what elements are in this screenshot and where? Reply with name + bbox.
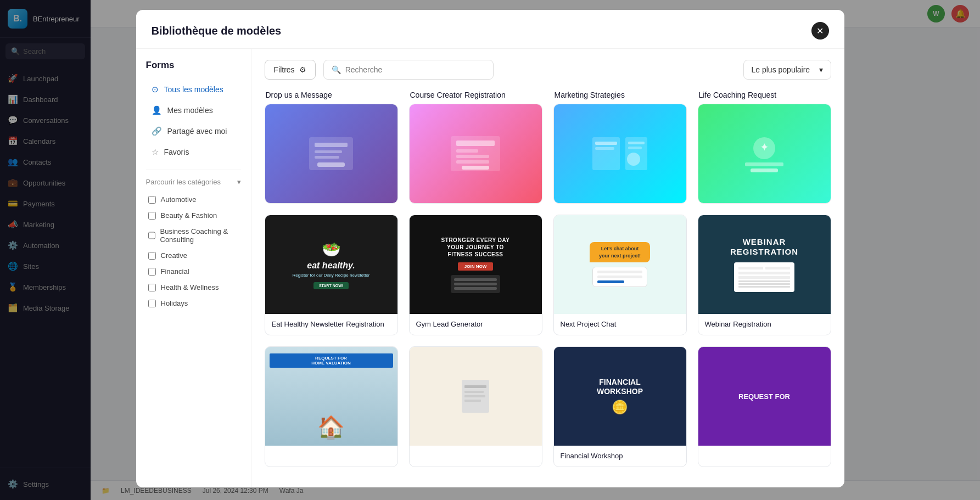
template-card-course-creator[interactable] bbox=[409, 104, 542, 204]
template-thumb-next-project: Let's chat about your next project! bbox=[554, 215, 686, 314]
template-card-webinar[interactable]: WEBINARREGISTRATION bbox=[698, 215, 831, 335]
svg-rect-3 bbox=[315, 156, 339, 159]
template-thumb-drop-message bbox=[265, 104, 397, 203]
svg-rect-4 bbox=[317, 162, 345, 167]
category-holidays-checkbox[interactable] bbox=[148, 300, 156, 307]
template-card-marketing[interactable] bbox=[553, 104, 687, 204]
template-search-input[interactable] bbox=[345, 65, 485, 74]
category-beauty-checkbox[interactable] bbox=[148, 212, 156, 220]
svg-rect-13 bbox=[595, 142, 617, 145]
filter-label: Filtres bbox=[274, 65, 295, 74]
modal-overlay: Bibliothèque de modèles ✕ Forms ⊙ Tous l… bbox=[0, 0, 980, 500]
svg-text:✦: ✦ bbox=[760, 141, 769, 153]
templates-scroll-area: Drop us a Message Course Creator Registr… bbox=[265, 91, 831, 476]
svg-rect-19 bbox=[745, 162, 783, 166]
svg-rect-14 bbox=[595, 147, 614, 150]
categories-section-label[interactable]: Parcourir les catégories ▾ bbox=[146, 178, 241, 186]
category-automotive[interactable]: Automotive bbox=[146, 192, 241, 207]
chevron-down-icon: ▾ bbox=[237, 178, 241, 186]
template-card-eat-healthy[interactable]: 🥗 eat healthy. Register for our Daily Re… bbox=[265, 215, 398, 335]
template-thumb-blank bbox=[410, 347, 542, 446]
menu-item-label: Partagé avec moi bbox=[167, 127, 227, 136]
modal-main-content: Filtres ⚙ 🔍 Le plus populaire ▾ bbox=[251, 49, 844, 487]
templates-row3-grid: REQUEST FORHOME VALUATION 🏠 bbox=[265, 346, 831, 467]
sort-label: Le plus populaire bbox=[752, 65, 810, 74]
category-business[interactable]: Business Coaching & Consulting bbox=[146, 223, 241, 248]
template-label-3: Life Coaching Request bbox=[698, 91, 831, 99]
template-thumb-purple-form: REQUEST FOR bbox=[698, 347, 831, 446]
category-health[interactable]: Health & Wellness bbox=[146, 279, 241, 295]
template-thumb-webinar: WEBINARREGISTRATION bbox=[698, 215, 831, 314]
template-card-gym-lead[interactable]: STRONGER EVERY DAYYOUR JOURNEY TOFITNESS… bbox=[409, 215, 542, 335]
modal-title: Bibliothèque de modèles bbox=[152, 25, 282, 37]
filter-button[interactable]: Filtres ⚙ bbox=[265, 60, 316, 80]
sort-dropdown[interactable]: Le plus populaire ▾ bbox=[743, 60, 831, 80]
svg-rect-24 bbox=[464, 391, 484, 393]
category-creative-checkbox[interactable] bbox=[148, 252, 156, 260]
template-thumb-life-coaching: ✦ bbox=[698, 104, 831, 203]
template-card-financial-workshop[interactable]: FINANCIALWORKSHOP 🪙 Financial Workshop bbox=[553, 346, 687, 467]
template-card-purple-form[interactable]: REQUEST FOR bbox=[698, 346, 831, 467]
menu-item-label: Tous les modèles bbox=[164, 85, 223, 94]
search-icon: 🔍 bbox=[332, 65, 341, 74]
template-card-home-valuation[interactable]: REQUEST FORHOME VALUATION 🏠 bbox=[265, 346, 398, 467]
svg-rect-23 bbox=[464, 385, 486, 388]
modal-sidebar-title: Forms bbox=[146, 60, 241, 71]
template-label-2: Marketing Strategies bbox=[553, 91, 687, 99]
category-creative[interactable]: Creative bbox=[146, 248, 241, 263]
menu-item-all-templates[interactable]: ⊙ Tous les modèles bbox=[146, 80, 241, 99]
category-beauty[interactable]: Beauty & Fashion bbox=[146, 207, 241, 223]
shared-icon: 🔗 bbox=[152, 126, 162, 136]
category-health-checkbox[interactable] bbox=[148, 284, 156, 291]
template-name-webinar: Webinar Registration bbox=[698, 314, 831, 335]
modal-sidebar: Forms ⊙ Tous les modèles 👤 Mes modèles 🔗… bbox=[136, 49, 251, 487]
templates-row1-grid: ✦ bbox=[265, 104, 831, 204]
svg-rect-6 bbox=[456, 141, 495, 146]
svg-rect-10 bbox=[462, 166, 489, 170]
svg-rect-7 bbox=[456, 149, 478, 153]
menu-item-shared[interactable]: 🔗 Partagé avec moi bbox=[146, 121, 241, 141]
row1-labels: Drop us a Message Course Creator Registr… bbox=[265, 91, 831, 99]
svg-rect-20 bbox=[751, 168, 778, 172]
svg-rect-15 bbox=[628, 142, 645, 144]
template-name-financial-workshop: Financial Workshop bbox=[554, 446, 686, 467]
chevron-down-icon: ▾ bbox=[819, 65, 823, 74]
all-templates-icon: ⊙ bbox=[152, 85, 159, 94]
category-holidays[interactable]: Holidays bbox=[146, 295, 241, 311]
template-library-modal: Bibliothèque de modèles ✕ Forms ⊙ Tous l… bbox=[136, 10, 844, 487]
template-card-next-project[interactable]: Let's chat about your next project! Next… bbox=[553, 215, 687, 335]
category-business-checkbox[interactable] bbox=[148, 232, 155, 239]
category-financial-checkbox[interactable] bbox=[148, 268, 156, 276]
template-card-blank[interactable] bbox=[409, 346, 542, 467]
svg-point-17 bbox=[627, 153, 640, 166]
svg-rect-16 bbox=[628, 147, 642, 149]
template-search-bar: 🔍 bbox=[323, 60, 494, 80]
svg-rect-8 bbox=[456, 155, 489, 158]
template-name-next-project: Next Project Chat bbox=[554, 314, 686, 335]
modal-header: Bibliothèque de modèles ✕ bbox=[136, 10, 844, 49]
template-card-drop-message[interactable] bbox=[265, 104, 398, 204]
template-thumb-marketing bbox=[554, 104, 686, 203]
template-label-0: Drop us a Message bbox=[265, 91, 398, 99]
template-card-life-coaching[interactable]: ✦ bbox=[698, 104, 831, 204]
svg-rect-2 bbox=[315, 150, 342, 153]
template-thumb-eat-healthy: 🥗 eat healthy. Register for our Daily Re… bbox=[265, 215, 397, 314]
svg-rect-26 bbox=[464, 400, 481, 402]
content-toolbar: Filtres ⚙ 🔍 Le plus populaire ▾ bbox=[265, 60, 831, 80]
template-name-eat-healthy: Eat Healthy Newsletter Registration bbox=[265, 314, 397, 335]
templates-row2-grid: 🥗 eat healthy. Register for our Daily Re… bbox=[265, 215, 831, 335]
menu-item-my-templates[interactable]: 👤 Mes modèles bbox=[146, 100, 241, 120]
menu-item-label: Favoris bbox=[164, 148, 189, 156]
template-thumb-home-valuation: REQUEST FORHOME VALUATION 🏠 bbox=[265, 347, 397, 446]
my-templates-icon: 👤 bbox=[152, 105, 162, 115]
category-automotive-checkbox[interactable] bbox=[148, 196, 156, 204]
template-thumb-course-creator bbox=[410, 104, 542, 203]
menu-item-favorites[interactable]: ☆ Favoris bbox=[146, 142, 241, 162]
menu-item-label: Mes modèles bbox=[167, 106, 213, 115]
category-financial[interactable]: Financial bbox=[146, 263, 241, 279]
template-label-1: Course Creator Registration bbox=[409, 91, 542, 99]
svg-rect-25 bbox=[464, 395, 485, 397]
svg-rect-1 bbox=[315, 143, 348, 147]
modal-body: Forms ⊙ Tous les modèles 👤 Mes modèles 🔗… bbox=[136, 49, 844, 487]
modal-close-button[interactable]: ✕ bbox=[811, 22, 829, 40]
